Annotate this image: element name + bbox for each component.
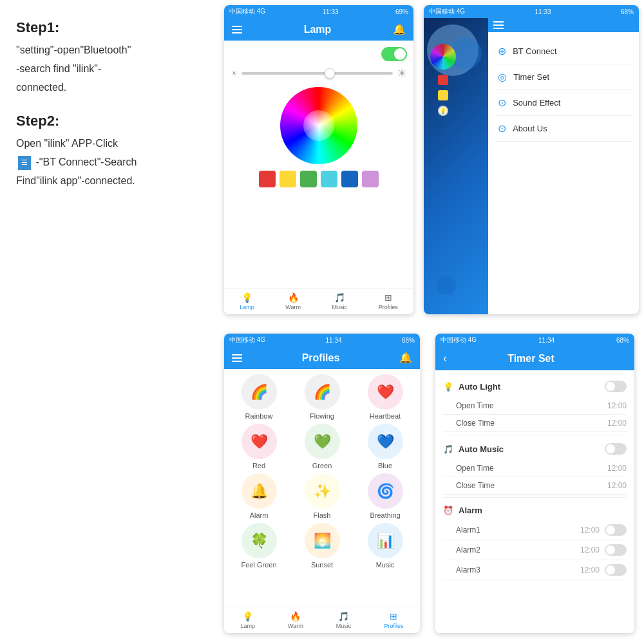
lamp-nav-icon: 💡 xyxy=(242,292,252,303)
user-icon: ⊙ xyxy=(498,122,506,135)
lamp-phone-panel: 中国移动 4G 11:33 69% Lamp 🔔 ☀ xyxy=(219,0,419,322)
profiles-nav-lamp[interactable]: 💡 Lamp xyxy=(241,611,256,629)
menu-status-bar: 中国移动 4G 11:33 68% xyxy=(424,5,639,18)
auto-light-section: 💡 Auto Light xyxy=(443,375,627,397)
swatch-purple[interactable] xyxy=(362,171,379,187)
alarm1-row[interactable]: Alarm1 12:00 xyxy=(443,520,627,540)
alarm1-toggle[interactable] xyxy=(605,524,627,536)
nav-warm[interactable]: 🔥 Warm xyxy=(285,292,301,310)
menu-header xyxy=(488,18,639,32)
menu-timer-set[interactable]: ◎ Timer Set xyxy=(495,64,632,90)
red-icon: ❤️ xyxy=(242,424,277,459)
profiles-phone-panel: 中国移动 4G 11:34 68% Profiles 🔔 🌈 Rainbow xyxy=(219,328,425,638)
alarm-section-title: Alarm xyxy=(459,506,482,515)
alarm2-toggle[interactable] xyxy=(605,544,627,556)
sound-icon: ⊙ xyxy=(498,97,506,109)
auto-music-open-time[interactable]: Open Time 12:00 xyxy=(443,460,627,477)
nav-warm-label: Warm xyxy=(285,304,301,310)
auto-light-icon: 💡 xyxy=(443,382,453,392)
nav-music[interactable]: 🎵 Music xyxy=(332,292,348,310)
profiles-header: Profiles 🔔 xyxy=(224,346,420,369)
brightness-max-icon: ☀ xyxy=(397,66,407,80)
instructions-panel: Step1: "setting"-open"Bluetooth" -search… xyxy=(0,0,219,644)
profile-green[interactable]: 💚 Green xyxy=(292,424,352,469)
profiles-grid: 🌈 Rainbow 🌈 Flowing ❤️ Heartbeat ❤️ Red xyxy=(229,374,415,569)
brightness-min-icon: ☀ xyxy=(231,69,238,78)
breathing-icon: 🌀 xyxy=(368,473,403,509)
profile-feel-green[interactable]: 🍀 Feel Green xyxy=(229,523,289,569)
dropdown-menu: ⊕ BT Connect ◎ Timer Set ⊙ Sound Effect … xyxy=(488,18,639,314)
auto-light-open-time[interactable]: Open Time 12:00 xyxy=(443,397,627,415)
auto-light-toggle[interactable] xyxy=(605,381,627,392)
flowing-icon: 🌈 xyxy=(305,374,340,410)
auto-music-close-time[interactable]: Close Time 12:00 xyxy=(443,477,627,495)
alarm2-row[interactable]: Alarm2 12:00 xyxy=(443,540,627,560)
menu-timer-label: Timer Set xyxy=(513,72,549,82)
nav-lamp[interactable]: 💡 Lamp xyxy=(240,292,254,310)
menu-about-us[interactable]: ⊙ About Us xyxy=(495,116,632,142)
notification-icon[interactable]: 🔔 xyxy=(393,23,406,35)
swatch-green[interactable] xyxy=(300,171,317,187)
alarm-icon: 🔔 xyxy=(242,473,277,509)
profile-music[interactable]: 📊 Music xyxy=(355,523,415,569)
profiles-nav-warm[interactable]: 🔥 Warm xyxy=(288,611,303,629)
profile-sunset[interactable]: 🌅 Sunset xyxy=(292,523,352,569)
lamp-header: Lamp 🔔 xyxy=(224,18,413,41)
profiles-status-bar: 中国移动 4G 11:34 68% xyxy=(224,334,420,346)
alarm3-toggle[interactable] xyxy=(605,564,627,576)
profile-rainbow[interactable]: 🌈 Rainbow xyxy=(229,374,289,420)
swatch-red[interactable] xyxy=(259,171,276,187)
profile-red[interactable]: ❤️ Red xyxy=(229,424,289,469)
alarm-section: ⏰ Alarm xyxy=(443,500,627,520)
menu-close-button[interactable] xyxy=(493,21,504,29)
power-toggle-row xyxy=(231,47,407,61)
nav-profiles[interactable]: ⊞ Profiles xyxy=(379,292,398,310)
bluetooth-icon: ⊕ xyxy=(498,45,506,57)
profile-breathing[interactable]: 🌀 Breathing xyxy=(355,473,415,519)
profile-blue[interactable]: 💙 Blue xyxy=(355,424,415,469)
music-nav-icon: 🎵 xyxy=(334,292,345,303)
profiles-nav-icon: ⊞ xyxy=(384,292,392,303)
profile-alarm[interactable]: 🔔 Alarm xyxy=(229,473,289,519)
auto-music-toggle[interactable] xyxy=(605,443,627,455)
menu-button[interactable] xyxy=(232,26,242,33)
lamp-status-bar: 中国移动 4G 11:33 69% xyxy=(224,5,413,18)
power-toggle[interactable] xyxy=(381,47,407,61)
timer-status-bar: 中国移动 4G 11:34 68% xyxy=(435,334,634,346)
step1-title: Step1: xyxy=(16,19,203,36)
menu-bt-connect[interactable]: ⊕ BT Connect xyxy=(495,39,632,64)
auto-light-title: Auto Light xyxy=(459,382,500,392)
rainbow-icon: 🌈 xyxy=(242,374,277,410)
profiles-nav-music[interactable]: 🎵 Music xyxy=(336,611,352,629)
menu-phone-panel: 中国移动 4G 11:33 68% 💡 xyxy=(419,0,644,322)
brightness-slider[interactable] xyxy=(242,72,393,75)
alarm-section-icon: ⏰ xyxy=(443,506,453,515)
auto-light-close-time[interactable]: Close Time 12:00 xyxy=(443,415,627,432)
heartbeat-icon: ❤️ xyxy=(368,374,403,410)
music-profile-icon: 📊 xyxy=(368,523,403,558)
auto-music-section: 🎵 Auto Music xyxy=(443,438,627,460)
menu-about-label: About Us xyxy=(513,124,547,133)
timer-header: ‹ Timer Set xyxy=(435,346,634,370)
profiles-nav-profiles[interactable]: ⊞ Profiles xyxy=(384,611,403,629)
color-wheel[interactable] xyxy=(280,87,357,164)
swatch-blue[interactable] xyxy=(341,171,358,187)
swatch-yellow[interactable] xyxy=(279,171,296,187)
timer-icon: ◎ xyxy=(498,71,507,83)
nav-music-label: Music xyxy=(332,304,348,310)
sunset-icon: 🌅 xyxy=(305,523,340,558)
blue-icon: 💙 xyxy=(368,424,403,459)
timer-phone-panel: 中国移动 4G 11:34 68% ‹ Timer Set 💡 Auto Lig… xyxy=(430,328,639,638)
alarm3-row[interactable]: Alarm3 12:00 xyxy=(443,560,627,580)
profile-heartbeat[interactable]: ❤️ Heartbeat xyxy=(355,374,415,420)
profiles-menu-button[interactable] xyxy=(232,354,242,362)
profile-flash[interactable]: ✨ Flash xyxy=(292,473,352,519)
step2-text: Open "ilink" APP-Click ☰ -"BT Connect"-S… xyxy=(16,135,203,190)
profile-flowing[interactable]: 🌈 Flowing xyxy=(292,374,352,420)
feel-green-icon: 🍀 xyxy=(242,523,277,558)
step2-title: Step2: xyxy=(16,113,203,129)
profiles-notification-icon[interactable]: 🔔 xyxy=(399,352,412,364)
step1-text: "setting"-open"Bluetooth" -search find "… xyxy=(16,41,203,97)
swatch-cyan[interactable] xyxy=(321,171,337,187)
menu-sound-effect[interactable]: ⊙ Sound Effect xyxy=(495,90,632,116)
